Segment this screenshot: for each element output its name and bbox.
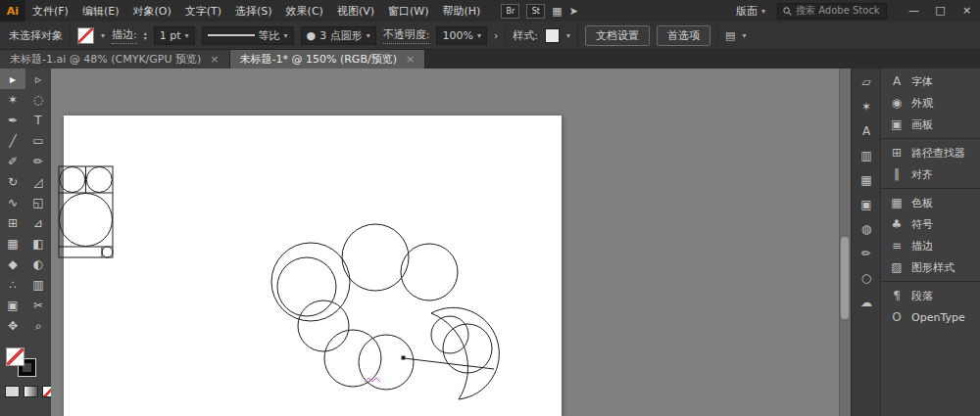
pencil-tool[interactable]: ✏	[25, 151, 51, 171]
collapsed-panel-appearance-icon[interactable]: ◍	[861, 223, 871, 235]
hand-tool[interactable]: ✥	[0, 315, 25, 336]
close-button[interactable]: ×	[954, 0, 980, 22]
menubar-item-9[interactable]: 帮助(H)	[435, 4, 487, 19]
symbol-sprayer-tool[interactable]: ∴	[0, 274, 25, 295]
zoom-tool[interactable]: ⌕	[25, 315, 51, 336]
column-graph-tool[interactable]: ▥	[25, 274, 51, 295]
scrollbar-thumb[interactable]	[841, 237, 849, 319]
control-panel-menu-icon[interactable]: ▤	[725, 30, 735, 41]
panel-row-graphic-styles[interactable]: ▨图形样式	[881, 256, 980, 278]
direct-selection-tool[interactable]: ▹	[25, 69, 51, 89]
chevron-down-icon[interactable]: ▾	[367, 31, 370, 40]
menubar-item-3[interactable]: 对象(O)	[125, 4, 177, 19]
panel-row-opentype[interactable]: OOpenType	[881, 306, 980, 328]
chevron-down-icon[interactable]: ▾	[185, 31, 189, 40]
scale-tool[interactable]: ◿	[25, 171, 51, 192]
chevron-down-icon[interactable]: ▾	[477, 31, 481, 40]
menubar-item-2[interactable]: 编辑(E)	[75, 4, 126, 19]
type-tool[interactable]: T	[25, 110, 51, 130]
bridge-button[interactable]: Br	[501, 4, 519, 19]
menu-items: 文件(F)编辑(E)对象(O)文字(T)选择(S)效果(C)视图(V)窗口(W)…	[25, 4, 487, 19]
minimize-button[interactable]: —	[901, 0, 927, 22]
menubar-item-7[interactable]: 视图(V)	[330, 4, 381, 19]
paintbrush-tool[interactable]: ✐	[0, 151, 25, 171]
stock-button[interactable]: St	[526, 4, 545, 19]
panel-row-swatches[interactable]: ▦色板	[881, 192, 980, 213]
tab-close-icon[interactable]: ×	[210, 53, 219, 66]
collapsed-panel-effects-icon[interactable]: ✶	[861, 101, 871, 113]
document-tab-2[interactable]: 未标题-1* @ 150% (RGB/预览)×	[230, 50, 426, 69]
artboard-tool[interactable]: ▣	[0, 295, 25, 315]
chevron-down-icon[interactable]: ▾	[101, 31, 105, 40]
menubar-item-8[interactable]: 窗口(W)	[381, 4, 435, 19]
panel-row-paragraph[interactable]: ¶段落	[881, 285, 980, 306]
stroke-width-stepper[interactable]: ▴ ▾	[144, 30, 147, 40]
panel-row-artboards[interactable]: ▣画板	[881, 114, 980, 135]
brush-dropdown[interactable]: ● 3 点圆形 ▾	[301, 26, 376, 45]
chevron-down-icon[interactable]: ▾	[566, 31, 570, 40]
document-setup-button[interactable]: 文档设置	[585, 25, 650, 46]
eyedropper-tool[interactable]: ◆	[0, 254, 25, 274]
stroke-width-field[interactable]: 1 pt ▾	[154, 26, 195, 45]
opacity-options-chevron[interactable]: ›	[494, 29, 498, 42]
menubar-item-1[interactable]: 文件(F)	[25, 4, 75, 19]
chevron-down-icon[interactable]: ▾	[742, 31, 746, 40]
vertical-scrollbar[interactable]	[839, 69, 851, 416]
brush-value: 3 点圆形	[319, 28, 363, 43]
fill-none-swatch[interactable]	[77, 27, 94, 44]
workspace-switcher[interactable]: 版面 ▾	[736, 4, 765, 19]
collapsed-panel-glyphs-icon[interactable]: A	[862, 125, 870, 137]
document-tab-1[interactable]: 未标题-1.ai @ 48% (CMYK/GPU 预览)×	[0, 50, 230, 69]
width-tool[interactable]: ∿	[0, 192, 25, 212]
panel-row-symbols[interactable]: ♣符号	[881, 213, 980, 235]
stroke-label[interactable]: 描边:	[112, 27, 137, 44]
style-swatch[interactable]	[545, 28, 560, 43]
panel-row-stroke[interactable]: ≡描边	[881, 235, 980, 256]
arrange-documents-icon[interactable]: ▦	[552, 6, 562, 17]
chevron-down-icon[interactable]: ▾	[284, 31, 288, 40]
restore-button[interactable]: □	[927, 0, 954, 22]
stock-search-input[interactable]: 搜索 Adobe Stock	[777, 3, 887, 20]
menubar-item-6[interactable]: 效果(C)	[279, 4, 330, 19]
collapsed-panel-shapes-icon[interactable]: ▱	[861, 76, 870, 88]
menubar-item-4[interactable]: 文字(T)	[178, 4, 228, 19]
menubar-item-5[interactable]: 选择(S)	[228, 4, 279, 19]
width-profile-dropdown[interactable]: 等比 ▾	[202, 26, 294, 45]
tab-close-icon[interactable]: ×	[406, 53, 415, 66]
panel-row-pathfinder[interactable]: ⊞路径查找器	[881, 142, 980, 163]
fill-color-swatch[interactable]	[6, 347, 24, 366]
slice-tool[interactable]: ✂	[25, 295, 51, 315]
magic-wand-tool[interactable]: ✶	[0, 89, 25, 110]
lasso-tool[interactable]: ◌	[25, 89, 51, 110]
gradient-tool[interactable]: ◧	[25, 233, 51, 254]
preferences-button[interactable]: 首选项	[657, 25, 710, 46]
collapsed-panel-artboard-icon[interactable]: ▣	[860, 199, 871, 210]
free-transform-tool[interactable]: ◱	[25, 192, 51, 212]
panel-row-appearance-icon: ◉	[890, 96, 904, 110]
color-button[interactable]	[5, 386, 20, 397]
pen-tool[interactable]: ✒	[0, 110, 25, 130]
panel-row-align[interactable]: ‖对齐	[881, 163, 980, 185]
perspective-grid-tool[interactable]: ⊿	[25, 212, 51, 233]
collapsed-panel-draw-icon[interactable]: ✏	[861, 248, 871, 259]
collapsed-panel-libraries-icon[interactable]: ☁	[860, 297, 872, 308]
share-icon[interactable]: ➤	[569, 6, 578, 17]
mesh-tool[interactable]: ▦	[0, 233, 25, 254]
opacity-field[interactable]: 100% ▾	[436, 26, 486, 45]
line-segment-tool[interactable]: ╱	[0, 130, 25, 151]
panel-row-appearance[interactable]: ◉外观	[881, 92, 980, 114]
artboard[interactable]	[64, 116, 562, 416]
rectangle-tool[interactable]: ▭	[25, 130, 51, 151]
shape-builder-tool[interactable]: ⊞	[0, 212, 25, 233]
blend-tool[interactable]: ◐	[25, 254, 51, 274]
canvas[interactable]	[51, 69, 851, 416]
panel-row-character[interactable]: A字体	[881, 70, 980, 92]
rotate-tool[interactable]: ↻	[0, 171, 25, 192]
collapsed-panel-graph-icon[interactable]: ▥	[860, 150, 871, 162]
collapsed-panel-symbols-icon[interactable]: ○	[861, 272, 871, 284]
collapsed-panel-grid-icon[interactable]: ▦	[860, 174, 871, 186]
opacity-label[interactable]: 不透明度:	[383, 27, 430, 44]
step-down-icon[interactable]: ▾	[144, 35, 147, 40]
gradient-button[interactable]	[24, 386, 38, 397]
selection-tool[interactable]: ▸	[0, 69, 25, 89]
